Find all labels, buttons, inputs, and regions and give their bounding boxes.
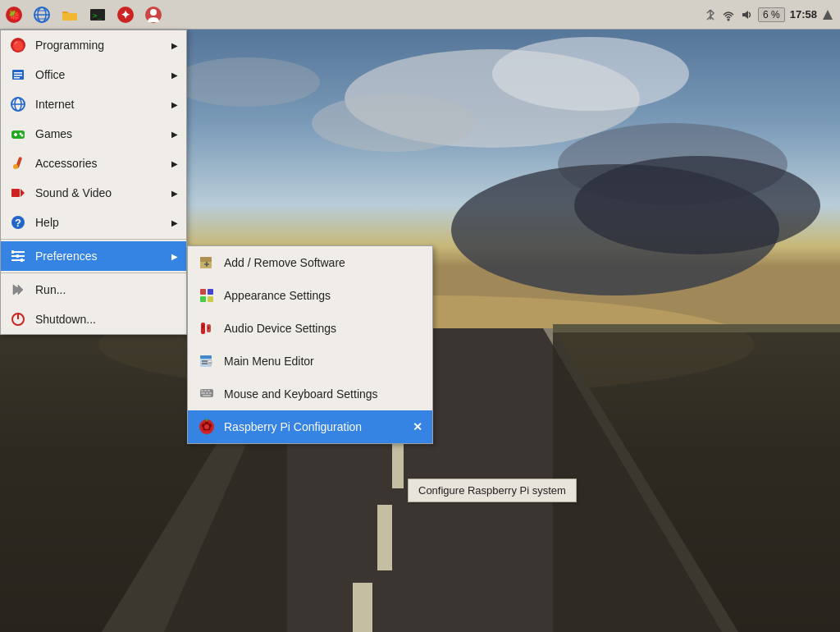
submenu-label-raspberry-config: Raspberry Pi Configuration — [224, 420, 362, 433]
accessories-icon — [9, 154, 27, 172]
svg-rect-76 — [203, 325, 203, 328]
submenu-item-add-remove[interactable]: Add / Remove Software — [188, 246, 432, 279]
taskbar-right: 6 % 17:58 — [704, 7, 840, 22]
menu-separator-1 — [1, 239, 186, 240]
menu-item-help[interactable]: ? Help ▶ — [1, 208, 186, 237]
svg-rect-64 — [21, 259, 23, 262]
tooltip-text: Configure Raspberry Pi system — [418, 484, 566, 497]
submenu-label-appearance: Appearance Settings — [224, 289, 331, 302]
menu-item-run[interactable]: Run... — [1, 275, 186, 305]
menu-item-accessories[interactable]: Accessories ▶ — [1, 149, 186, 178]
svg-point-9 — [574, 156, 820, 254]
folder-taskbar-icon[interactable] — [57, 2, 82, 27]
svg-rect-87 — [204, 390, 207, 392]
main-menu: 🔴 Programming ▶ Office ▶ — [0, 30, 187, 335]
add-remove-icon — [198, 254, 216, 272]
svg-text:🍓: 🍓 — [8, 9, 21, 21]
svg-rect-86 — [201, 390, 203, 392]
appearance-icon — [198, 286, 216, 305]
menu-item-shutdown[interactable]: Shutdown... — [1, 305, 186, 334]
raspberry-menu-icon[interactable]: 🍓 — [2, 2, 26, 27]
menu-item-games[interactable]: Games ▶ — [1, 119, 186, 149]
svg-rect-44 — [14, 77, 20, 79]
preferences-submenu: Add / Remove Software Appearance Setting… — [187, 245, 433, 444]
arrow-games: ▶ — [171, 130, 178, 139]
svg-point-5 — [312, 94, 476, 152]
menu-label-internet: Internet — [35, 98, 74, 111]
menu-label-shutdown: Shutdown... — [35, 313, 96, 326]
svg-text:>_: >_ — [93, 11, 102, 20]
svg-point-4 — [492, 37, 689, 111]
svg-point-35 — [150, 9, 157, 16]
svg-marker-38 — [823, 10, 833, 20]
svg-rect-71 — [200, 289, 206, 295]
menu-label-help: Help — [35, 216, 59, 229]
volume-icon — [740, 8, 753, 21]
submenu-label-mouse-keyboard: Mouse and Keyboard Settings — [224, 387, 378, 401]
svg-rect-21 — [553, 324, 840, 332]
menu-label-office: Office — [35, 68, 65, 81]
programming-icon: 🔴 — [9, 36, 27, 54]
arrow-help: ▶ — [171, 218, 178, 227]
svg-point-36 — [728, 18, 730, 21]
office-icon — [9, 66, 27, 84]
terminal-taskbar-icon[interactable]: >_ — [85, 2, 110, 27]
svg-rect-14 — [377, 505, 392, 570]
submenu-item-audio[interactable]: Audio Device Settings — [188, 312, 432, 345]
menu-item-office[interactable]: Office ▶ — [1, 60, 186, 89]
svg-rect-62 — [11, 250, 14, 254]
svg-rect-42 — [14, 72, 22, 74]
wifi-icon — [722, 8, 735, 21]
svg-rect-68 — [200, 257, 212, 262]
raspberry-config-icon — [198, 418, 216, 436]
svg-rect-50 — [14, 134, 17, 135]
menu-item-sound-video[interactable]: Sound & Video ▶ — [1, 178, 186, 208]
menu-separator-2 — [1, 272, 186, 273]
help-icon: ? — [9, 213, 27, 231]
svg-rect-29 — [62, 13, 77, 21]
arrow-programming: ▶ — [171, 41, 178, 50]
submenu-item-raspberry-config[interactable]: Raspberry Pi Configuration ✕ — [188, 410, 432, 443]
submenu-item-menu-editor[interactable]: ✏ Main Menu Editor — [188, 345, 432, 378]
battery-label: 6 % — [763, 9, 780, 21]
svg-rect-19 — [553, 328, 840, 632]
menu-label-accessories: Accessories — [35, 157, 97, 170]
arrow-internet: ▶ — [171, 100, 178, 109]
menu-label-sound-video: Sound & Video — [35, 186, 112, 199]
menu-label-preferences: Preferences — [35, 250, 97, 263]
svg-rect-80 — [200, 355, 212, 359]
audio-icon — [198, 319, 216, 337]
notification-icon[interactable] — [822, 9, 833, 21]
submenu-item-appearance[interactable]: Appearance Settings — [188, 279, 432, 312]
svg-rect-55 — [11, 189, 20, 197]
svg-rect-63 — [16, 254, 19, 258]
globe-taskbar-icon[interactable] — [30, 2, 54, 27]
svg-rect-88 — [208, 390, 210, 392]
battery-indicator[interactable]: 6 % — [758, 7, 785, 22]
user-taskbar-icon[interactable] — [141, 2, 166, 27]
svg-rect-91 — [209, 392, 212, 394]
menu-item-programming[interactable]: 🔴 Programming ▶ — [1, 30, 186, 60]
svg-rect-72 — [208, 289, 213, 295]
menu-item-preferences[interactable]: Preferences ▶ — [1, 241, 186, 271]
arrow-office: ▶ — [171, 71, 178, 80]
svg-point-52 — [21, 135, 24, 137]
menu-item-internet[interactable]: Internet ▶ — [1, 89, 186, 119]
submenu-label-add-remove: Add / Remove Software — [224, 256, 345, 269]
arrow-sound-video: ▶ — [171, 189, 178, 198]
svg-rect-78 — [208, 327, 209, 329]
svg-rect-89 — [201, 392, 205, 394]
svg-rect-92 — [203, 395, 211, 396]
close-icon[interactable]: ✕ — [413, 420, 422, 433]
svg-rect-73 — [200, 296, 206, 302]
menu-label-run: Run... — [35, 283, 66, 296]
arrow-preferences: ▶ — [171, 252, 178, 261]
tooltip: Configure Raspberry Pi system — [408, 479, 577, 502]
wolf-taskbar-icon[interactable]: ✦ — [113, 2, 138, 27]
sound-video-icon — [9, 184, 27, 202]
bluetooth-icon — [704, 8, 717, 21]
submenu-item-mouse-keyboard[interactable]: Mouse and Keyboard Settings — [188, 378, 432, 410]
desktop: 🍓 >_ ✦ — [0, 0, 840, 632]
svg-text:🔴: 🔴 — [12, 39, 25, 52]
svg-rect-90 — [206, 392, 208, 394]
